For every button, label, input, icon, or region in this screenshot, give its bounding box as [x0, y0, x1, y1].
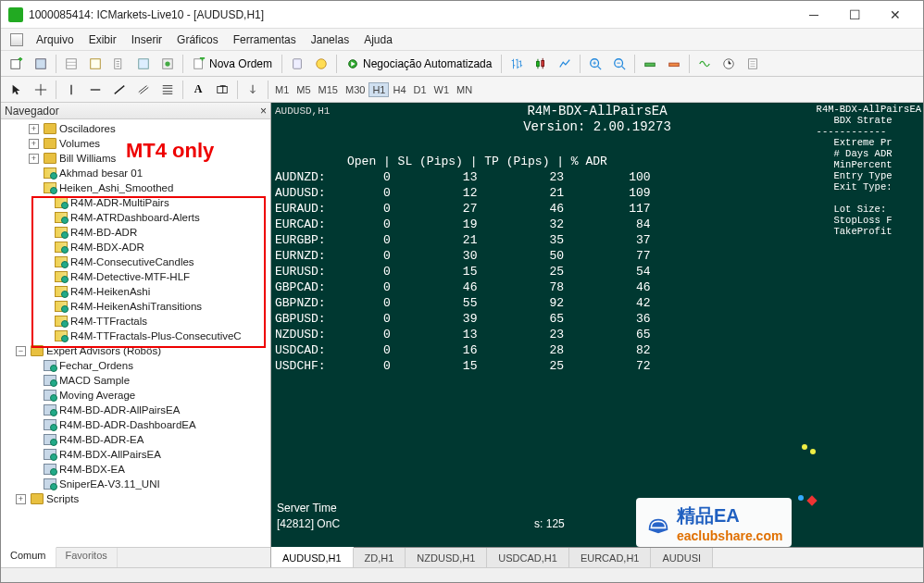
tree-item[interactable]: R4M-BDX-ADR [3, 240, 268, 254]
chart-tab[interactable]: NZDUSD,H1 [406, 548, 487, 567]
tree-item[interactable]: R4M-Detective-MTF-HLF [3, 269, 268, 284]
profiles-button[interactable] [30, 54, 52, 74]
tree-item[interactable]: R4M-TTFractals [3, 314, 268, 329]
channel-button[interactable] [132, 80, 155, 100]
tab-favoritos[interactable]: Favoritos [56, 548, 118, 567]
chart-line-button[interactable] [554, 54, 576, 74]
crosshair-button[interactable] [30, 80, 52, 100]
navigator-tree[interactable]: +Osciladores +Volumes +Bill Williams Akh… [1, 119, 270, 547]
market-watch-button[interactable] [60, 54, 82, 74]
tree-item[interactable]: R4M-HeikenAshi [3, 284, 268, 299]
tree-item[interactable]: R4M-BD-ADR-EA [3, 432, 268, 447]
tree-item[interactable]: Fechar_Ordens [3, 358, 268, 373]
navigator-button[interactable] [108, 54, 131, 74]
chart-tab[interactable]: AUDUSD,H1 [271, 547, 354, 567]
separator [281, 55, 282, 73]
menu-ajuda[interactable]: Ajuda [356, 31, 400, 48]
tree-item[interactable]: R4M-TTFractals-Plus-ConsecutiveC [3, 329, 268, 343]
chart-tab[interactable]: EURCAD,H1 [569, 548, 652, 567]
fibo-button[interactable] [156, 80, 179, 100]
zoom-in-button[interactable] [584, 54, 606, 74]
strategy-tester-button[interactable] [156, 54, 179, 74]
arrows-button[interactable] [242, 80, 264, 100]
tree-bill-williams[interactable]: +Bill Williams [3, 151, 268, 166]
terminal-button[interactable] [132, 54, 155, 74]
chart-bars-button[interactable] [506, 54, 528, 74]
tree-item[interactable]: R4M-ADR-MultiPairs [3, 195, 268, 210]
tree-item[interactable]: SniperEA-V3.11_UNI [3, 477, 268, 491]
tree-item[interactable]: R4M-BD-ADR [3, 225, 268, 240]
timeframe-h4[interactable]: H4 [389, 82, 409, 97]
zoom-out-button[interactable] [608, 54, 631, 74]
watermark: 精品EA eaclubshare.com [636, 498, 792, 547]
chart-area[interactable]: AUDUSD,H1 R4M-BDX-AllPairsEA Version: 2.… [271, 103, 923, 567]
navigator-close-button[interactable]: × [260, 105, 267, 118]
timeframe-h1[interactable]: H1 [368, 82, 389, 97]
new-order-button[interactable]: Nova Ordem [186, 54, 279, 74]
vline-button[interactable] [60, 80, 82, 100]
tab-comum[interactable]: Comum [1, 547, 56, 567]
menu-exibir[interactable]: Exibir [81, 31, 124, 48]
ea-corner-info: R4M-BDX-AllPairsEA BDX Strate ----------… [817, 104, 921, 237]
separator [182, 55, 183, 73]
metaquotes-id-button[interactable] [286, 54, 308, 74]
text-label-button[interactable]: T [211, 80, 233, 100]
chart-tab[interactable]: AUDUSI [651, 548, 713, 567]
tree-akhmad[interactable]: Akhmad besar 01 [3, 166, 268, 180]
new-chart-button[interactable] [6, 54, 28, 74]
cursor-button[interactable] [6, 80, 28, 100]
menu-graficos[interactable]: Gráficos [169, 31, 226, 48]
svg-point-10 [317, 58, 327, 68]
tree-item[interactable]: R4M-BDX-AllPairsEA [3, 447, 268, 462]
app-menu-icon[interactable] [8, 32, 25, 47]
timeframe-m15[interactable]: M15 [315, 82, 342, 97]
separator [237, 81, 238, 99]
tree-scripts[interactable]: +Scripts [3, 491, 268, 506]
separator [501, 55, 502, 73]
menu-ferramentas[interactable]: Ferramentas [226, 31, 304, 48]
chart-tab[interactable]: ZD,H1 [354, 548, 406, 567]
indicators-button[interactable] [693, 54, 716, 74]
tree-item[interactable]: R4M-BD-ADR-AllPairsEA [3, 403, 268, 417]
separator [689, 55, 690, 73]
hline-button[interactable] [84, 80, 106, 100]
tree-item[interactable]: R4M-ConsecutiveCandles [3, 254, 268, 269]
timeframe-d1[interactable]: D1 [410, 82, 431, 97]
timeframe-m5[interactable]: M5 [293, 82, 314, 97]
tree-item[interactable]: R4M-HeikenAshiTransitions [3, 299, 268, 314]
minimize-button[interactable]: ─ [793, 2, 834, 28]
separator [182, 81, 183, 99]
ide-button[interactable] [310, 54, 332, 74]
auto-trading-button[interactable]: Negociação Automatizada [340, 54, 498, 74]
templates-button[interactable] [742, 54, 764, 74]
server-time: Server Time [42812] OnCs: 125 [277, 501, 565, 532]
data-window-button[interactable] [84, 54, 106, 74]
trendline-button[interactable] [108, 80, 131, 100]
timeframe-w1[interactable]: W1 [431, 82, 454, 97]
maximize-button[interactable]: ☐ [834, 2, 875, 28]
menu-arquivo[interactable]: Arquivo [29, 31, 81, 48]
periods-button[interactable] [718, 54, 740, 74]
tree-item[interactable]: Moving Average [3, 388, 268, 403]
timeframe-m30[interactable]: M30 [342, 82, 368, 97]
timeframe-m1[interactable]: M1 [271, 82, 293, 97]
text-button[interactable]: A [187, 80, 209, 100]
tree-osciladores[interactable]: +Osciladores [3, 121, 268, 136]
separator [634, 55, 635, 73]
menu-inserir[interactable]: Inserir [124, 31, 169, 48]
tree-volumes[interactable]: +Volumes [3, 136, 268, 151]
close-button[interactable]: ✕ [875, 2, 916, 28]
tree-expert-advisors[interactable]: −Expert Advisors (Robôs) [3, 343, 268, 358]
auto-scroll-button[interactable] [639, 54, 661, 74]
tree-heiken-smoothed[interactable]: Heiken_Ashi_Smoothed [3, 180, 268, 195]
menu-janelas[interactable]: Janelas [304, 31, 356, 48]
svg-rect-17 [669, 63, 680, 67]
chart-shift-button[interactable] [663, 54, 685, 74]
tree-item[interactable]: R4M-ATRDashboard-Alerts [3, 210, 268, 225]
tree-item[interactable]: MACD Sample [3, 373, 268, 388]
tree-item[interactable]: R4M-BD-ADR-DashboardEA [3, 417, 268, 432]
tree-item[interactable]: R4M-BDX-EA [3, 462, 268, 477]
timeframe-mn[interactable]: MN [453, 82, 476, 97]
chart-tab[interactable]: USDCAD,H1 [487, 548, 569, 567]
chart-candles-button[interactable] [530, 54, 552, 74]
